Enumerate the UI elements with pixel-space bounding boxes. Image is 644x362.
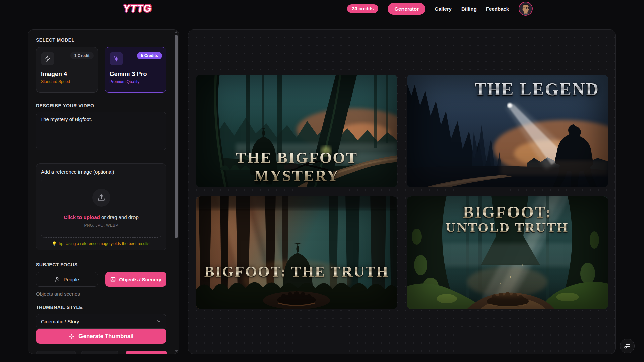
select-model-label: SELECT MODEL <box>36 37 166 43</box>
video-description-input[interactable]: The mystery of Bigfoot. <box>36 112 166 150</box>
credits-badge[interactable]: 30 credits <box>347 4 378 13</box>
subject-focus-label: SUBJECT FOCUS <box>36 262 166 267</box>
model-credit-badge: 1 Credit <box>70 52 94 59</box>
nav-item-feedback[interactable]: Feedback <box>486 6 509 12</box>
model-card-gemini3pro[interactable]: 5 Credits Gemini 3 Pro Premium Quality <box>105 47 167 93</box>
generated-thumbnail-4[interactable]: BIGFOOT: UNTOLD TRUTH <box>407 196 608 309</box>
person-icon <box>54 276 60 282</box>
reference-tip: 💡 Tip: Using a reference image yields th… <box>41 241 161 246</box>
floating-widget-button[interactable] <box>620 339 635 353</box>
upload-dropzone[interactable]: Click to upload or drag and drop PNG, JP… <box>41 179 161 238</box>
subject-focus-options: People Objects / Scenery <box>36 272 166 287</box>
scroll-down-arrow[interactable] <box>175 350 178 352</box>
model-card-imagen4[interactable]: 1 Credit Imagen 4 Standard Speed <box>36 47 98 93</box>
generate-sparkle-icon <box>68 333 75 340</box>
truth-forest-art <box>196 196 397 309</box>
upload-instruction: Click to upload or drag and drop <box>64 214 139 220</box>
bulb-icon: 💡 <box>52 241 57 246</box>
model-name: Gemini 3 Pro <box>110 71 162 78</box>
generated-thumbnail-2[interactable]: THE LEGEND <box>407 75 608 187</box>
model-credit-badge: 5 Credits <box>137 52 162 59</box>
clipped-button-accent[interactable] <box>126 351 167 354</box>
generate-button-label: Generate Thumbnail <box>78 333 133 340</box>
chevron-down-icon <box>156 319 161 324</box>
avatar-face <box>519 2 532 15</box>
subject-focus-description: Objects and scenes <box>36 291 166 297</box>
focus-option-label: People <box>63 277 79 282</box>
focus-option-label: Objects / Scenery <box>119 277 161 282</box>
scroll-up-arrow[interactable] <box>175 31 178 33</box>
upload-formats: PNG, JPG, WEBP <box>84 223 118 228</box>
focus-option-objects-scenery[interactable]: Objects / Scenery <box>105 272 167 287</box>
sidebar-scrollbar[interactable] <box>174 31 178 353</box>
describe-video-label: DESCRIBE YOUR VIDEO <box>36 103 166 108</box>
style-selected-value: Cinematic / Story <box>41 319 79 324</box>
lightning-icon <box>41 52 54 65</box>
user-avatar[interactable] <box>519 2 533 16</box>
brand-logo[interactable]: YTTG <box>123 3 152 14</box>
results-panel: THE BIGFOOT MYSTERY <box>188 29 616 354</box>
model-subtitle: Standard Speed <box>41 79 93 84</box>
focus-option-people[interactable]: People <box>36 272 98 287</box>
tip-text: Tip: Using a reference image yields the … <box>58 241 151 246</box>
nav-item-billing[interactable]: Billing <box>461 6 477 12</box>
model-cards: 1 Credit Imagen 4 Standard Speed 5 Credi… <box>36 47 166 93</box>
upload-icon <box>92 189 110 207</box>
nav-item-gallery[interactable]: Gallery <box>435 6 452 12</box>
navbar-right: 30 credits Generator Gallery Billing Fee… <box>347 0 533 17</box>
reference-heading: Add a reference image (optional) <box>41 169 161 175</box>
thumbnail-title: THE LEGEND <box>475 79 599 99</box>
sparkle-icon <box>110 52 123 65</box>
model-name: Imagen 4 <box>41 71 93 78</box>
click-to-upload-link[interactable]: Click to upload <box>64 214 100 220</box>
generated-thumbnail-3[interactable]: BIGFOOT: THE TRUTH <box>196 196 397 309</box>
clipped-button[interactable] <box>81 351 118 354</box>
image-icon <box>110 276 116 282</box>
generated-thumbnail-1[interactable]: THE BIGFOOT MYSTERY <box>196 75 397 187</box>
nav-item-generator[interactable]: Generator <box>388 3 425 15</box>
thumbnail-grid: THE BIGFOOT MYSTERY <box>196 75 608 309</box>
sidebar-panel: SELECT MODEL 1 Credit Imagen 4 Standard … <box>28 29 179 354</box>
thumbnail-title: BIGFOOT: UNTOLD TRUTH <box>407 204 608 235</box>
thumbnail-style-label: THUMBNAIL STYLE <box>36 305 166 310</box>
thumbnail-title: THE BIGFOOT MYSTERY <box>196 148 397 185</box>
navbar: YTTG 30 credits Generator Gallery Billin… <box>0 0 644 17</box>
thumbnail-title: BIGFOOT: THE TRUTH <box>196 263 397 280</box>
clipped-button[interactable] <box>36 351 76 354</box>
thumbnail-title-line2: UNTOLD TRUTH <box>407 221 608 235</box>
model-subtitle: Premium Quality <box>110 79 162 84</box>
app-root: YTTG 30 credits Generator Gallery Billin… <box>0 0 644 362</box>
menu-lines-icon <box>624 342 631 350</box>
reference-image-card: Add a reference image (optional) Click t… <box>36 163 166 250</box>
scrollbar-thumb[interactable] <box>175 35 178 238</box>
generate-thumbnail-button[interactable]: Generate Thumbnail <box>36 329 166 344</box>
thumbnail-title-line1: BIGFOOT: <box>407 204 608 221</box>
drag-drop-text: or drag and drop <box>100 214 139 220</box>
thumbnail-style-select[interactable]: Cinematic / Story <box>36 314 166 329</box>
